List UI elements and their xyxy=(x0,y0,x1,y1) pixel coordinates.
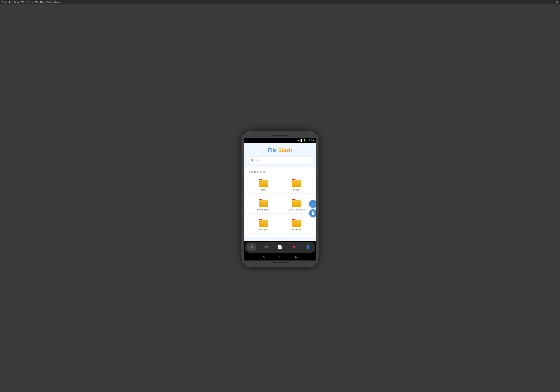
folder-card-bank-statements[interactable]: bank statements xyxy=(281,196,312,214)
bottom-nav: ⌂ 🗂 📄 ♥ 👤 xyxy=(245,242,315,253)
phone-speaker xyxy=(272,135,288,136)
ruler xyxy=(0,4,560,6)
app-title: File Stash xyxy=(247,147,313,153)
status-bar: ▾▾ ▌▌ 🔋 12:29 xyxy=(244,138,316,143)
section-title: Recent Folder xyxy=(248,170,312,173)
zoom-control[interactable]: 100% xyxy=(40,1,46,3)
nav-item-file[interactable]: 📄 xyxy=(275,243,285,251)
fab-file-icon: 📄 xyxy=(311,211,315,215)
android-nav: ◁ ○ □ xyxy=(244,253,316,261)
folder-card-chat[interactable]: chat xyxy=(248,176,279,194)
fab-new-file-button[interactable]: 📄 xyxy=(309,209,316,217)
home-button[interactable]: ○ xyxy=(279,255,281,258)
home-indicator xyxy=(272,262,288,263)
throttle-control[interactable]: No throttling ▾ xyxy=(47,1,60,3)
dimension-separator: x xyxy=(32,1,33,3)
folder-name-receipts: receipts xyxy=(259,228,268,231)
home-icon: ⌂ xyxy=(250,245,253,249)
search-icon: 🔍 xyxy=(250,159,254,162)
devtools-bar: Dimensions: Nexus 5X ▾ 412 x 732 100% No… xyxy=(0,0,560,4)
folder-icon-my-videos xyxy=(292,219,301,227)
folder-card-receipts[interactable]: receipts xyxy=(248,216,279,233)
back-button[interactable]: ◁ xyxy=(263,255,265,258)
nav-item-profile[interactable]: 👤 xyxy=(304,243,313,251)
profile-icon: 👤 xyxy=(306,245,311,250)
title-stash: Stash xyxy=(278,147,292,153)
folder-name-chat: chat xyxy=(261,188,266,191)
recent-button[interactable]: □ xyxy=(295,255,297,258)
folder-icon-school xyxy=(292,179,301,187)
folder-card-my-videos[interactable]: My videos xyxy=(281,216,312,233)
settings-icon[interactable]: ⚙ xyxy=(556,1,558,4)
folder-name-my-videos: My videos xyxy=(291,228,302,231)
fab-folder-icon: 🗂 xyxy=(311,202,315,206)
phone-top xyxy=(244,135,316,136)
heart-icon: ♥ xyxy=(293,245,295,249)
width-value: 412 xyxy=(27,1,30,3)
search-placeholder[interactable]: Search xyxy=(255,159,265,162)
device-label[interactable]: Dimensions: Nexus 5X ▾ xyxy=(2,1,25,3)
status-icons: ▾▾ ▌▌ 🔋 xyxy=(297,139,306,142)
fab-new-folder-button[interactable]: 🗂 xyxy=(309,200,316,208)
phone-screen: ▾▾ ▌▌ 🔋 12:29 File Stash 🔍 Search xyxy=(244,138,316,261)
folder-nav-icon: 🗂 xyxy=(264,245,268,249)
folder-name-bank-statements: bank statements xyxy=(288,208,305,211)
clock: 12:29 xyxy=(307,139,314,142)
signal-icon: ▌▌ xyxy=(300,139,303,142)
phone-bottom xyxy=(244,262,316,263)
height-value: 732 xyxy=(35,1,38,3)
search-container: 🔍 Search xyxy=(244,156,316,167)
folder-card-screenshots[interactable]: screenshots xyxy=(248,196,279,214)
folder-card-school[interactable]: school xyxy=(281,176,312,194)
nav-item-favorites[interactable]: ♥ xyxy=(289,243,299,251)
nav-item-folder[interactable]: 🗂 xyxy=(261,243,271,251)
search-bar[interactable]: 🔍 Search xyxy=(247,156,313,164)
folder-icon-screenshots xyxy=(259,199,268,207)
folder-icon-bank-statements xyxy=(292,199,301,207)
app-header: File Stash xyxy=(244,143,316,156)
folder-icon-chat xyxy=(259,179,268,187)
folder-icon-receipts xyxy=(259,219,268,227)
app-content: File Stash 🔍 Search Recent Folder xyxy=(244,143,316,241)
battery-icon: 🔋 xyxy=(303,139,306,142)
nav-item-home[interactable]: ⌂ xyxy=(247,243,256,251)
main-content: Recent Folder chat xyxy=(245,167,315,237)
file-nav-icon: 📄 xyxy=(278,245,282,250)
wifi-icon: ▾▾ xyxy=(297,139,299,142)
folder-grid: chat school xyxy=(248,176,312,233)
phone-frame: ▾▾ ▌▌ 🔋 12:29 File Stash 🔍 Search xyxy=(242,131,318,267)
fab-area: 🗂 📄 xyxy=(309,200,316,217)
title-file: File xyxy=(268,147,277,153)
folder-name-school: school xyxy=(293,188,300,191)
folder-name-screenshots: screenshots xyxy=(257,208,270,211)
